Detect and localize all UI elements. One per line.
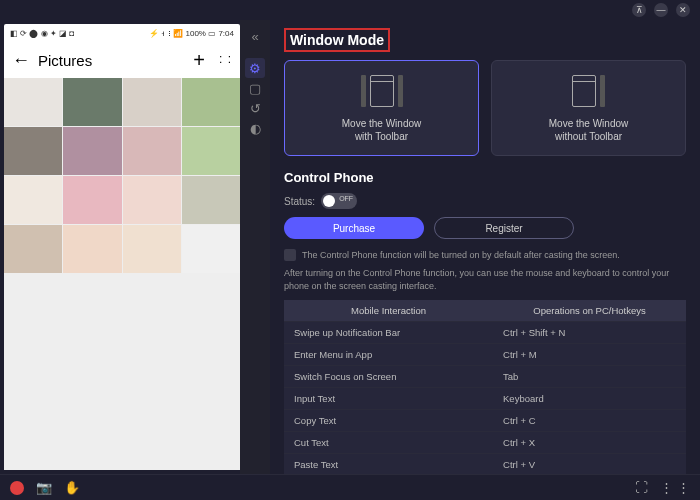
control-phone-title: Control Phone xyxy=(284,170,686,185)
rotate-icon[interactable]: ↺ xyxy=(245,98,265,118)
window-mode-title: Window Mode xyxy=(284,28,390,52)
cell-interaction: Input Text xyxy=(284,388,493,410)
hand-icon[interactable]: ✋ xyxy=(64,480,80,495)
settings-icon[interactable]: ⚙ xyxy=(245,58,265,78)
table-row: Copy TextCtrl + C xyxy=(284,410,686,432)
more-icon[interactable]: ⋮ ⋮ xyxy=(660,480,690,495)
photo-thumb[interactable] xyxy=(182,127,240,175)
collapse-icon[interactable]: « xyxy=(245,26,265,46)
photo-thumb[interactable] xyxy=(63,78,121,126)
toggle-off-label: OFF xyxy=(339,195,353,202)
status-left: ◧ ⟳ ⬤ ◉ ✦ ◪ ◘ xyxy=(10,29,74,38)
photo-thumb[interactable] xyxy=(63,176,121,224)
table-row: Paste TextCtrl + V xyxy=(284,454,686,474)
photo-thumb[interactable] xyxy=(4,176,62,224)
cell-hotkey: Ctrl + Shift + N xyxy=(493,322,686,344)
window-mode-card[interactable]: Move the Windowwith Toolbar xyxy=(284,60,479,156)
photo-thumb[interactable] xyxy=(123,78,181,126)
camera-icon[interactable]: 📷 xyxy=(36,480,52,495)
cell-interaction: Swipe up Notification Bar xyxy=(284,322,493,344)
table-row: Switch Focus on ScreenTab xyxy=(284,366,686,388)
table-header-interaction: Mobile Interaction xyxy=(284,300,493,322)
record-button[interactable] xyxy=(10,481,24,495)
table-row: Swipe up Notification BarCtrl + Shift + … xyxy=(284,322,686,344)
table-row: Enter Menu in AppCtrl + M xyxy=(284,344,686,366)
photo-thumb[interactable] xyxy=(123,176,181,224)
minimize-button[interactable]: — xyxy=(654,3,668,17)
phone-status-bar: ◧ ⟳ ⬤ ◉ ✦ ◪ ◘ ⚡ ⫞ ⋮ 📶 100% ▭ 7:04 xyxy=(4,24,240,42)
control-phone-description: After turning on the Control Phone funct… xyxy=(284,267,686,292)
display-icon[interactable]: ◐ xyxy=(245,118,265,138)
cell-hotkey: Ctrl + V xyxy=(493,454,686,474)
photo-thumb[interactable] xyxy=(182,78,240,126)
footer: 📷 ✋ ⛶ ⋮ ⋮ xyxy=(0,474,700,500)
photo-thumb[interactable] xyxy=(63,225,121,273)
photo-grid[interactable] xyxy=(4,78,240,470)
fullscreen-icon[interactable]: ⛶ xyxy=(635,480,648,495)
cell-interaction: Switch Focus on Screen xyxy=(284,366,493,388)
cell-hotkey: Ctrl + C xyxy=(493,410,686,432)
photo-thumb[interactable] xyxy=(4,78,62,126)
photo-thumb[interactable] xyxy=(123,127,181,175)
settings-panel: Window Mode Move the Windowwith ToolbarM… xyxy=(270,20,700,474)
add-icon[interactable]: + xyxy=(187,49,211,72)
photo-thumb[interactable] xyxy=(123,225,181,273)
purchase-button[interactable]: Purchase xyxy=(284,217,424,239)
register-button[interactable]: Register xyxy=(434,217,574,239)
cell-interaction: Enter Menu in App xyxy=(284,344,493,366)
table-row: Input TextKeyboard xyxy=(284,388,686,410)
table-header-hotkey: Operations on PC/Hotkeys xyxy=(493,300,686,322)
cell-interaction: Cut Text xyxy=(284,432,493,454)
control-phone-toggle[interactable]: OFF xyxy=(321,193,357,209)
cell-interaction: Copy Text xyxy=(284,410,493,432)
photo-thumb[interactable] xyxy=(4,127,62,175)
checkbox-label: The Control Phone function will be turne… xyxy=(302,250,620,260)
cell-hotkey: Ctrl + X xyxy=(493,432,686,454)
phone-app-header: ← Pictures + : : xyxy=(4,42,240,78)
pin-button[interactable]: ⊼ xyxy=(632,3,646,17)
titlebar: ⊼ — ✕ xyxy=(0,0,700,20)
table-row: Cut TextCtrl + X xyxy=(284,432,686,454)
mode-label: Move the Windowwithout Toolbar xyxy=(549,117,628,143)
close-button[interactable]: ✕ xyxy=(676,3,690,17)
photo-thumb[interactable] xyxy=(4,225,62,273)
window-mode-card[interactable]: Move the Windowwithout Toolbar xyxy=(491,60,686,156)
cell-hotkey: Ctrl + M xyxy=(493,344,686,366)
cell-hotkey: Tab xyxy=(493,366,686,388)
default-on-checkbox[interactable] xyxy=(284,249,296,261)
status-right: ⚡ ⫞ ⋮ 📶 100% ▭ 7:04 xyxy=(149,29,234,38)
photo-thumb[interactable] xyxy=(182,225,240,273)
photo-thumb[interactable] xyxy=(182,176,240,224)
photo-thumb[interactable] xyxy=(63,127,121,175)
cell-interaction: Paste Text xyxy=(284,454,493,474)
cell-hotkey: Keyboard xyxy=(493,388,686,410)
status-label: Status: xyxy=(284,196,315,207)
hotkey-table: Mobile Interaction Operations on PC/Hotk… xyxy=(284,300,686,474)
back-icon[interactable]: ← xyxy=(12,50,30,71)
phone-app-title: Pictures xyxy=(38,52,179,69)
mode-label: Move the Windowwith Toolbar xyxy=(342,117,421,143)
grid-icon[interactable]: : : xyxy=(219,56,232,63)
phone-mirror: ◧ ⟳ ⬤ ◉ ✦ ◪ ◘ ⚡ ⫞ ⋮ 📶 100% ▭ 7:04 ← Pict… xyxy=(4,24,240,470)
sidebar: « ⚙▢↺◐ xyxy=(240,20,270,474)
record-icon[interactable]: ▢ xyxy=(245,78,265,98)
